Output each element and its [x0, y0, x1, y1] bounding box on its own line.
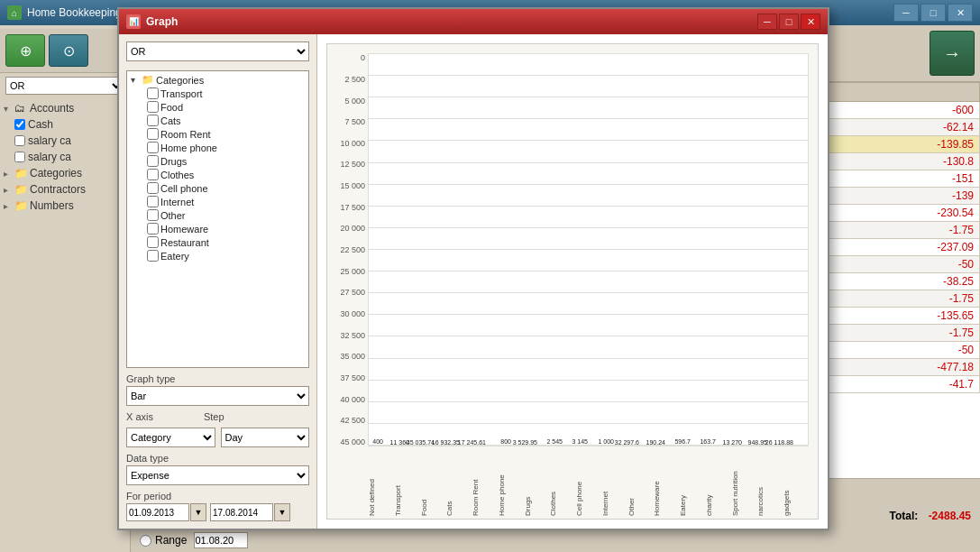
- x-axis-label: X axis: [126, 411, 153, 422]
- graph-window: 📊 Graph ─ □ ✕ OR AND ▾ 📁 Categories Tran: [117, 7, 829, 530]
- graph-tree-item[interactable]: Restaurant: [129, 235, 307, 249]
- graph-tree-item[interactable]: Food: [129, 100, 307, 114]
- cash-checkbox[interactable]: [14, 119, 25, 130]
- tree-root-categories[interactable]: ▾ 📁 Categories: [129, 73, 307, 87]
- secondary-action-button[interactable]: ⊙: [49, 34, 88, 67]
- app-maximize-button[interactable]: □: [920, 4, 946, 22]
- grid-line: [369, 358, 808, 359]
- graph-tree-item[interactable]: Internet: [129, 195, 307, 208]
- data-type-dropdown[interactable]: Expense Income: [126, 465, 309, 485]
- step-dropdown[interactable]: Day Week Month: [221, 428, 310, 447]
- graph-tree-item[interactable]: Cell phone: [129, 181, 307, 195]
- graph-minimize-button[interactable]: ─: [757, 14, 777, 30]
- graph-type-dropdown[interactable]: Bar Line Pie: [126, 386, 309, 406]
- y-axis-label: 37 500: [329, 373, 365, 382]
- graph-tree-item[interactable]: Homeware: [129, 222, 307, 235]
- x-axis-section: X axis Step Category Date Day Week Month: [126, 411, 309, 447]
- tree-item-label: Homeware: [160, 224, 208, 235]
- sidebar-filter-dropdown[interactable]: OR: [5, 77, 124, 95]
- graph-tree-item[interactable]: Cats: [129, 114, 307, 127]
- x-axis-label: Food: [420, 448, 446, 516]
- step-label: Step: [204, 411, 224, 422]
- range-input[interactable]: [194, 532, 248, 548]
- tree-item-label: Food: [160, 102, 183, 113]
- graph-tree-item[interactable]: Eatery: [129, 249, 307, 262]
- tree-item-checkbox[interactable]: [147, 196, 159, 207]
- salary1-checkbox[interactable]: [14, 135, 25, 146]
- y-axis-label: 20 000: [329, 224, 365, 233]
- tree-item-checkbox[interactable]: [147, 236, 159, 248]
- x-axis-label: Home phone: [498, 448, 524, 516]
- grid-line: [369, 206, 808, 207]
- tree-item-checkbox[interactable]: [147, 128, 159, 140]
- add-record-button[interactable]: ⊕: [5, 34, 45, 67]
- graph-tree-item[interactable]: Room Rent: [129, 127, 307, 141]
- tree-item-label: Clothes: [160, 170, 194, 180]
- grid-line: [369, 249, 808, 250]
- tree-item-checkbox[interactable]: [147, 115, 159, 126]
- graph-filter-dropdown[interactable]: OR AND: [126, 41, 309, 61]
- tree-item-checkbox[interactable]: [147, 223, 159, 235]
- x-axis-label: charity: [705, 448, 731, 516]
- date-from-picker-button[interactable]: ▼: [190, 503, 206, 521]
- graph-close-button[interactable]: ✕: [801, 14, 820, 30]
- tree-item-checkbox[interactable]: [147, 250, 159, 262]
- y-axis-label: 30 000: [329, 309, 365, 318]
- sidebar-item-accounts[interactable]: ▾ 🗂 Accounts: [0, 100, 130, 116]
- graph-tree-item[interactable]: Clothes: [129, 168, 307, 181]
- exit-button[interactable]: →: [930, 31, 975, 76]
- tree-item-checkbox[interactable]: [147, 155, 159, 167]
- tree-item-checkbox[interactable]: [147, 169, 159, 180]
- date-from-input[interactable]: [126, 503, 189, 521]
- for-period-label: For period: [126, 491, 309, 501]
- salary2-checkbox[interactable]: [14, 152, 25, 162]
- tree-item-checkbox[interactable]: [147, 209, 159, 221]
- app-close-button[interactable]: ✕: [948, 4, 973, 22]
- x-axis-label: Sport nutrition: [731, 448, 757, 516]
- grid-line: [369, 314, 808, 315]
- x-axis-label: gadgets: [783, 448, 809, 516]
- range-radio[interactable]: [140, 535, 151, 547]
- sidebar-item-salary1[interactable]: salary ca: [0, 133, 130, 149]
- x-axis-label: Cats: [445, 448, 472, 516]
- y-axis-label: 12 500: [329, 160, 365, 169]
- x-axis-dropdown[interactable]: Category Date: [126, 428, 215, 447]
- y-axis-label: 42 500: [329, 416, 365, 425]
- graph-maximize-button[interactable]: □: [779, 14, 799, 30]
- graph-tree-item[interactable]: Other: [129, 208, 307, 222]
- sidebar-toolbar: ⊕ ⊙: [0, 29, 130, 73]
- sidebar-item-categories[interactable]: ▸ 📁 Categories: [0, 165, 130, 181]
- tree-item-label: Internet: [160, 197, 194, 207]
- date-to-input[interactable]: [210, 503, 273, 521]
- date-to-picker-button[interactable]: ▼: [274, 503, 290, 521]
- for-period-section: For period ▼ ▼: [126, 491, 309, 521]
- date-from-wrap: ▼: [126, 503, 206, 521]
- sidebar-item-contractors[interactable]: ▸ 📁 Contractors: [0, 181, 130, 198]
- categories-folder-icon: 📁: [142, 74, 154, 86]
- tree-item-label: Restaurant: [160, 237, 209, 248]
- grid-line: [369, 380, 808, 381]
- grid-line: [369, 75, 808, 76]
- graph-icon: 📊: [126, 14, 141, 29]
- graph-tree-item[interactable]: Drugs: [129, 154, 307, 168]
- graph-type-label: Graph type: [126, 373, 309, 384]
- y-axis-label: 35 000: [329, 352, 365, 361]
- app-minimize-button[interactable]: ─: [893, 4, 919, 22]
- x-axis-label: Clothes: [549, 448, 575, 516]
- sidebar-item-cash[interactable]: Cash: [0, 116, 130, 133]
- y-axis-label: 45 000: [329, 437, 365, 446]
- tree-item-checkbox[interactable]: [147, 182, 159, 194]
- contractors-icon: 📁: [14, 183, 27, 196]
- tree-item-checkbox[interactable]: [147, 101, 159, 113]
- tree-item-checkbox[interactable]: [147, 87, 159, 99]
- graph-tree-item[interactable]: Home phone: [129, 141, 307, 154]
- y-axis-label: 27 500: [329, 288, 365, 297]
- graph-tree-item[interactable]: Transport: [129, 87, 307, 100]
- app-icon: ⌂: [7, 5, 22, 20]
- sidebar-item-numbers[interactable]: ▸ 📁 Numbers: [0, 198, 130, 214]
- tree-item-checkbox[interactable]: [147, 142, 159, 153]
- y-axis-label: 10 000: [329, 139, 365, 148]
- graph-window-controls: ─ □ ✕: [757, 14, 820, 30]
- sidebar-item-salary2[interactable]: salary ca: [0, 149, 130, 165]
- x-axis-label: Other: [627, 448, 654, 516]
